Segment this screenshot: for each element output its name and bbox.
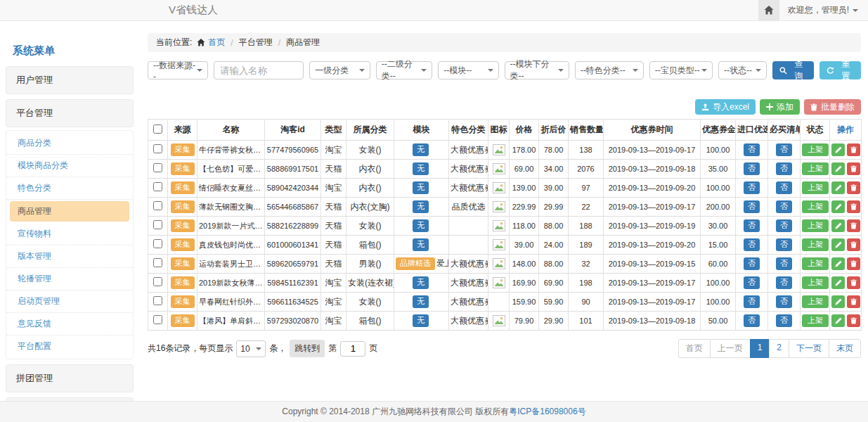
delete-button[interactable] xyxy=(847,276,860,289)
sidebar-item[interactable]: 意见反馈 xyxy=(6,313,133,335)
import-select-toggle[interactable]: 否 xyxy=(744,200,760,212)
sidebar-item[interactable]: 宣传物料 xyxy=(6,223,133,245)
page-button[interactable]: 上一页 xyxy=(710,339,751,358)
edit-button[interactable] xyxy=(831,276,845,289)
sidebar-item[interactable]: 特色分类 xyxy=(6,177,133,200)
status-badge[interactable]: 上架 xyxy=(802,295,829,307)
row-checkbox[interactable] xyxy=(153,144,162,153)
sidebar-item[interactable]: 平台配置 xyxy=(6,335,133,357)
module-select[interactable]: --模块-- xyxy=(438,61,498,79)
home-button[interactable] xyxy=(758,0,779,20)
sidebar-group[interactable]: 拼团管理 xyxy=(6,364,134,392)
status-select[interactable]: --状态-- xyxy=(718,61,767,79)
delete-button[interactable] xyxy=(847,257,860,270)
status-badge[interactable]: 上架 xyxy=(802,143,829,155)
delete-button[interactable] xyxy=(847,314,860,327)
edit-button[interactable] xyxy=(831,295,845,308)
must-buy-toggle[interactable]: 否 xyxy=(776,200,792,212)
import-select-toggle[interactable]: 否 xyxy=(744,162,760,174)
delete-button[interactable] xyxy=(847,238,860,251)
add-button[interactable]: 添加 xyxy=(760,99,800,115)
row-checkbox[interactable] xyxy=(153,220,162,229)
level1-category-select[interactable]: 一级分类 xyxy=(309,61,370,79)
import-select-toggle[interactable]: 否 xyxy=(744,181,760,193)
import-select-toggle[interactable]: 否 xyxy=(744,257,760,269)
import-select-toggle[interactable]: 否 xyxy=(744,238,760,250)
status-badge[interactable]: 上架 xyxy=(802,200,829,212)
icp-link[interactable]: 粤ICP备16098006号 xyxy=(509,407,585,416)
must-buy-toggle[interactable]: 否 xyxy=(776,162,792,174)
import-select-toggle[interactable]: 否 xyxy=(744,143,760,155)
level2-category-select[interactable]: --二级分类-- xyxy=(376,61,432,79)
status-badge[interactable]: 上架 xyxy=(802,238,829,250)
edit-button[interactable] xyxy=(831,143,845,156)
delete-button[interactable] xyxy=(847,162,860,175)
sidebar-item[interactable]: 版本管理 xyxy=(6,245,133,268)
sidebar-item[interactable]: 轮播管理 xyxy=(6,268,133,290)
status-badge[interactable]: 上架 xyxy=(802,162,829,174)
breadcrumb-home-link[interactable]: 首页 xyxy=(208,37,225,49)
sidebar-group[interactable]: 平台管理 xyxy=(6,99,134,127)
delete-button[interactable] xyxy=(847,219,860,232)
must-buy-toggle[interactable]: 否 xyxy=(776,181,792,193)
row-checkbox[interactable] xyxy=(153,258,162,267)
sidebar-item[interactable]: 模块商品分类 xyxy=(6,155,133,177)
data-source-select[interactable]: --数据来源-- xyxy=(148,61,208,79)
row-checkbox[interactable] xyxy=(153,182,162,191)
delete-button[interactable] xyxy=(847,200,860,213)
select-all-checkbox[interactable] xyxy=(153,124,162,134)
must-buy-toggle[interactable]: 否 xyxy=(776,219,792,231)
row-checkbox[interactable] xyxy=(153,315,162,324)
import-select-toggle[interactable]: 否 xyxy=(744,295,760,307)
row-checkbox[interactable] xyxy=(153,239,162,248)
edit-button[interactable] xyxy=(831,200,845,213)
user-menu[interactable]: 欢迎您，管理员! xyxy=(779,4,868,16)
edit-button[interactable] xyxy=(831,257,845,270)
edit-button[interactable] xyxy=(831,314,845,327)
search-button[interactable]: 查询 xyxy=(772,61,814,79)
import-select-toggle[interactable]: 否 xyxy=(744,314,760,326)
sidebar-item[interactable]: 商品管理 xyxy=(10,201,129,222)
import-select-toggle[interactable]: 否 xyxy=(744,219,760,231)
sidebar-item[interactable]: 启动页管理 xyxy=(6,290,133,313)
page-button[interactable]: 首页 xyxy=(678,339,711,358)
page-button[interactable]: 1 xyxy=(750,339,770,358)
row-checkbox[interactable] xyxy=(153,296,162,305)
status-badge[interactable]: 上架 xyxy=(802,257,829,269)
name-search-input[interactable] xyxy=(214,61,304,79)
row-checkbox[interactable] xyxy=(153,201,162,210)
sidebar-item[interactable]: 商品分类 xyxy=(6,132,133,155)
status-badge[interactable]: 上架 xyxy=(802,181,829,193)
edit-button[interactable] xyxy=(831,219,845,232)
import-excel-button[interactable]: 导入excel xyxy=(695,99,756,115)
status-badge[interactable]: 上架 xyxy=(802,219,829,231)
delete-button[interactable] xyxy=(847,181,860,194)
import-select-toggle[interactable]: 否 xyxy=(744,276,760,288)
must-buy-toggle[interactable]: 否 xyxy=(776,257,792,269)
delete-button[interactable] xyxy=(847,295,860,308)
jump-button[interactable]: 跳转到 xyxy=(290,340,325,357)
module-sub-select[interactable]: --模块下分类-- xyxy=(505,61,569,79)
must-buy-toggle[interactable]: 否 xyxy=(776,238,792,250)
batch-delete-button[interactable]: 批量删除 xyxy=(804,99,861,115)
sidebar-group[interactable]: 用户管理 xyxy=(6,66,134,94)
status-badge[interactable]: 上架 xyxy=(802,314,829,326)
page-number-input[interactable] xyxy=(340,341,365,357)
must-buy-toggle[interactable]: 否 xyxy=(776,143,792,155)
page-button[interactable]: 2 xyxy=(769,339,789,358)
status-badge[interactable]: 上架 xyxy=(802,276,829,288)
feature-category-select[interactable]: --特色分类-- xyxy=(575,61,644,79)
must-buy-toggle[interactable]: 否 xyxy=(776,276,792,288)
delete-button[interactable] xyxy=(847,143,860,156)
page-button[interactable]: 下一页 xyxy=(789,339,829,358)
must-buy-toggle[interactable]: 否 xyxy=(776,314,792,326)
edit-button[interactable] xyxy=(831,162,845,175)
per-page-select[interactable]: 10 xyxy=(236,340,266,357)
edit-button[interactable] xyxy=(831,238,845,251)
reset-button[interactable]: 重置 xyxy=(820,61,861,79)
row-checkbox[interactable] xyxy=(153,163,162,172)
row-checkbox[interactable] xyxy=(153,277,162,286)
item-type-select[interactable]: --宝贝类型-- xyxy=(649,61,713,79)
edit-button[interactable] xyxy=(831,181,845,194)
must-buy-toggle[interactable]: 否 xyxy=(776,295,792,307)
